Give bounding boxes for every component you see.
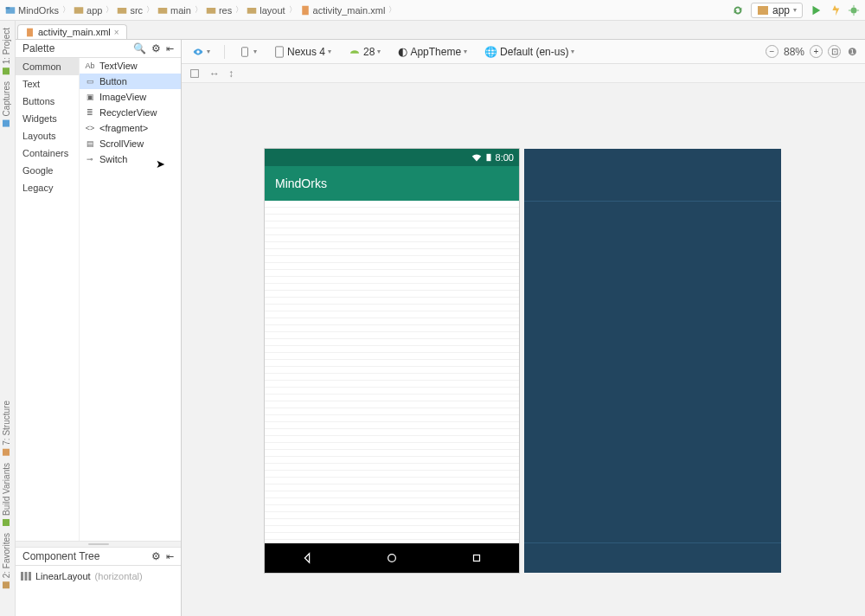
dock-favorites[interactable]: 2: Favorites bbox=[2, 533, 11, 588]
widget-switch[interactable]: ⊸Switch bbox=[80, 151, 181, 167]
breadcrumb: MindOrks 〉 app 〉 src 〉 main 〉 res 〉 layo… bbox=[5, 4, 732, 16]
linearlayout-icon bbox=[21, 571, 31, 581]
orientation-dropdown[interactable]: ▾ bbox=[235, 44, 260, 60]
breadcrumb-src[interactable]: src bbox=[117, 5, 143, 16]
widget-textview[interactable]: AbTextView bbox=[80, 58, 181, 74]
apply-changes-icon[interactable] bbox=[829, 4, 841, 16]
tree-root[interactable]: LinearLayout (horizontal) bbox=[21, 571, 176, 581]
category-buttons[interactable]: Buttons bbox=[16, 93, 79, 110]
file-tabs: activity_main.xml × bbox=[0, 21, 865, 40]
canvas[interactable]: 8:00 MindOrks bbox=[182, 83, 865, 616]
svg-rect-24 bbox=[474, 555, 480, 561]
api-dropdown[interactable]: 28 ▾ bbox=[345, 44, 384, 60]
theme-name: AppTheme bbox=[410, 46, 461, 58]
device-icon bbox=[274, 46, 285, 58]
orientation-icon bbox=[239, 46, 251, 58]
search-icon[interactable]: 🔍 bbox=[133, 42, 146, 55]
close-icon[interactable]: × bbox=[114, 28, 119, 37]
chevron-right-icon: 〉 bbox=[144, 4, 156, 16]
debug-icon[interactable] bbox=[848, 4, 860, 16]
breadcrumb-label: res bbox=[219, 5, 232, 16]
category-legacy[interactable]: Legacy bbox=[16, 179, 79, 196]
dock-captures[interactable]: Captures bbox=[2, 81, 11, 127]
square-icon bbox=[3, 449, 10, 456]
breadcrumb-res[interactable]: res bbox=[206, 5, 232, 16]
category-widgets[interactable]: Widgets bbox=[16, 110, 79, 127]
breadcrumb-main[interactable]: main bbox=[157, 5, 191, 16]
svg-rect-8 bbox=[758, 6, 768, 15]
breadcrumb-file[interactable]: activity_main.xml bbox=[300, 5, 386, 16]
xml-file-icon bbox=[25, 28, 35, 37]
breadcrumb-label: app bbox=[86, 5, 102, 16]
file-tab-activity-main[interactable]: activity_main.xml × bbox=[17, 24, 127, 39]
run-config-dropdown[interactable]: app ▾ bbox=[751, 3, 803, 18]
widget-imageview[interactable]: ▣ImageView bbox=[80, 89, 181, 105]
nav-back-icon[interactable] bbox=[301, 552, 313, 564]
view-mode-dropdown[interactable]: ▾ bbox=[189, 44, 214, 60]
breadcrumb-label: src bbox=[130, 5, 143, 16]
widget-recyclerview[interactable]: ≣RecyclerView bbox=[80, 105, 181, 120]
zoom-in-button[interactable]: + bbox=[810, 45, 823, 58]
component-tree-body: LinearLayout (horizontal) bbox=[16, 566, 181, 616]
svg-rect-15 bbox=[21, 572, 23, 581]
breadcrumb-module[interactable]: app bbox=[74, 5, 102, 16]
caret-down-icon: ▾ bbox=[464, 48, 467, 55]
dock-label-text: Captures bbox=[2, 81, 11, 117]
zoom-fit-button[interactable]: ⊡ bbox=[828, 45, 841, 58]
svg-rect-7 bbox=[302, 5, 309, 15]
imageview-icon: ▣ bbox=[85, 93, 95, 101]
gear-icon[interactable]: ⚙ bbox=[151, 42, 161, 55]
nav-recent-icon[interactable] bbox=[471, 552, 483, 564]
svg-rect-21 bbox=[191, 69, 199, 77]
module-icon bbox=[74, 5, 84, 16]
svg-rect-3 bbox=[118, 8, 127, 14]
folder-icon bbox=[206, 5, 216, 16]
square-icon bbox=[3, 67, 10, 74]
app-title: MindOrks bbox=[275, 176, 327, 190]
pan-icon[interactable] bbox=[189, 67, 201, 80]
svg-rect-19 bbox=[242, 47, 248, 56]
dock-project[interactable]: 1: Project bbox=[2, 28, 11, 74]
widget-label: ScrollView bbox=[99, 138, 144, 149]
zoom-out-button[interactable]: − bbox=[766, 45, 778, 58]
warnings-icon[interactable]: ❶ bbox=[846, 46, 858, 58]
caret-down-icon: ▾ bbox=[207, 48, 210, 55]
toolbar-right: app ▾ bbox=[732, 3, 860, 18]
device-dropdown[interactable]: Nexus 4 ▾ bbox=[271, 44, 335, 60]
locale-dropdown[interactable]: 🌐 Default (en-us) ▾ bbox=[481, 44, 578, 60]
category-google[interactable]: Google bbox=[16, 162, 79, 179]
dock-structure[interactable]: 7: Structure bbox=[2, 401, 11, 456]
widget-label: <fragment> bbox=[99, 123, 148, 133]
hide-icon[interactable]: ⇤ bbox=[166, 551, 174, 562]
design-subtoolbar: ↔ ↕ bbox=[182, 64, 865, 83]
theme-dropdown[interactable]: ◐ AppTheme ▾ bbox=[394, 43, 471, 60]
palette-widgets: AbTextView ▭Button ▣ImageView ≣RecyclerV… bbox=[80, 58, 181, 541]
tree-root-label: LinearLayout bbox=[35, 571, 91, 581]
category-text[interactable]: Text bbox=[16, 75, 79, 93]
category-layouts[interactable]: Layouts bbox=[16, 127, 79, 144]
expand-vert-icon[interactable]: ↕ bbox=[228, 67, 234, 80]
device-preview[interactable]: 8:00 MindOrks bbox=[265, 149, 519, 573]
layout-content[interactable] bbox=[265, 201, 519, 543]
svg-rect-14 bbox=[27, 28, 33, 36]
run-icon[interactable] bbox=[810, 4, 822, 16]
component-tree-title: Component Tree bbox=[22, 550, 99, 562]
dock-variants[interactable]: Build Variants bbox=[2, 463, 11, 526]
category-containers[interactable]: Containers bbox=[16, 144, 79, 162]
svg-rect-20 bbox=[276, 46, 284, 56]
widget-scrollview[interactable]: ▤ScrollView bbox=[80, 136, 181, 151]
resize-handle[interactable] bbox=[16, 541, 181, 548]
widget-button[interactable]: ▭Button bbox=[80, 74, 181, 89]
hide-icon[interactable]: ⇤ bbox=[166, 43, 174, 55]
blueprint-preview[interactable] bbox=[524, 149, 781, 573]
widget-label: Button bbox=[99, 76, 127, 87]
widget-fragment[interactable]: <><fragment> bbox=[80, 120, 181, 136]
caret-down-icon: ▾ bbox=[253, 48, 257, 55]
expand-horiz-icon[interactable]: ↔ bbox=[209, 67, 220, 80]
nav-home-icon[interactable] bbox=[386, 552, 398, 564]
gear-icon[interactable]: ⚙ bbox=[151, 550, 161, 562]
sync-icon[interactable] bbox=[732, 4, 744, 16]
breadcrumb-layout[interactable]: layout bbox=[247, 5, 285, 16]
breadcrumb-project[interactable]: MindOrks bbox=[5, 5, 59, 16]
category-common[interactable]: Common bbox=[16, 58, 79, 75]
